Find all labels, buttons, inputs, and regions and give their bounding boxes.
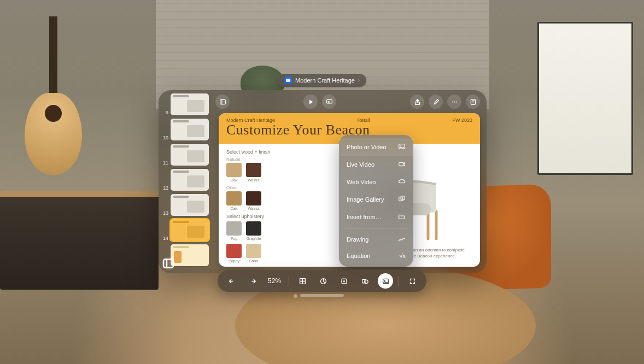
slide-preview xyxy=(171,169,209,191)
slide-thumbnail[interactable]: 13 xyxy=(161,194,209,216)
slide-thumbnail[interactable]: 12 xyxy=(161,169,209,191)
slide-number: 14 xyxy=(161,236,168,241)
guitar xyxy=(19,16,87,175)
cloud-icon xyxy=(398,178,406,186)
slide-number: 12 xyxy=(161,185,168,191)
slide-thumbnail[interactable]: 10 xyxy=(161,119,209,140)
slide-preview xyxy=(171,119,209,140)
swatch[interactable]: Sand xyxy=(246,244,261,263)
popover-item-label: Image Gallery xyxy=(347,196,384,203)
swatch-chip xyxy=(246,191,261,206)
popover-item-camera[interactable]: Live Video xyxy=(339,156,413,173)
swatch[interactable]: Walnut xyxy=(246,163,261,182)
slide-preview xyxy=(171,93,209,115)
play-button[interactable] xyxy=(303,95,318,109)
slide-thumbnail[interactable]: 9 xyxy=(161,93,209,115)
room-window xyxy=(537,22,633,175)
zoom-level[interactable]: 52% xyxy=(266,277,283,285)
swatch-chip xyxy=(246,244,261,258)
popover-item-folder[interactable]: Insert from… xyxy=(339,208,413,226)
swatch-label: Graphite xyxy=(246,237,261,240)
more-button[interactable] xyxy=(447,95,461,109)
swatch-label: Oak xyxy=(226,207,242,210)
scribble-icon xyxy=(398,235,406,244)
view-mode-button[interactable] xyxy=(215,95,230,109)
slide-preview xyxy=(171,194,209,216)
slide-number: 13 xyxy=(161,210,168,216)
folder-icon xyxy=(398,213,406,221)
redo-button[interactable] xyxy=(245,273,260,289)
popover-separator xyxy=(344,228,408,228)
svg-point-8 xyxy=(455,101,456,102)
bottom-toolbar: 52% A xyxy=(218,270,426,292)
expand-button[interactable] xyxy=(405,273,420,289)
popover-item-equation[interactable]: Equation√x xyxy=(339,248,413,263)
toolbar-separator xyxy=(399,276,399,286)
gallery-icon xyxy=(398,195,406,204)
swatch[interactable]: Poppy xyxy=(226,244,242,263)
window-close-dot[interactable] xyxy=(294,294,297,298)
share-button[interactable] xyxy=(410,95,424,109)
window-move-handle[interactable] xyxy=(300,294,344,297)
swatch-chip xyxy=(226,191,242,206)
slide-preview xyxy=(171,219,209,241)
undo-button[interactable] xyxy=(224,273,239,289)
slide-thumbnail[interactable]: 11 xyxy=(161,144,209,166)
swatch-chip xyxy=(226,244,242,258)
slide-footnote: Add an ottoman to complete the Beacon ex… xyxy=(410,248,470,259)
popover-item-label: Insert from… xyxy=(347,214,382,220)
slide-thumbnail[interactable]: 14 xyxy=(161,219,209,241)
slide-meta-right: FW 2023 xyxy=(452,118,472,123)
swatch-label: Walnut xyxy=(246,207,261,210)
insert-chart-button[interactable] xyxy=(315,273,331,289)
popover-item-label: Live Video xyxy=(347,161,374,168)
swatch-label: Poppy xyxy=(226,259,242,263)
insert-text-button[interactable]: A xyxy=(336,273,352,289)
equation-icon: √x xyxy=(399,253,406,259)
present-display-button[interactable] xyxy=(322,95,336,109)
swatch[interactable]: Walnut xyxy=(246,191,261,210)
svg-rect-15 xyxy=(399,162,403,166)
swatch[interactable]: Graphite xyxy=(246,221,261,240)
slide-preview xyxy=(171,144,209,166)
popover-item-label: Drawing xyxy=(347,236,368,243)
slide-navigator[interactable]: 9 10 11 12 13 14 xyxy=(159,90,212,273)
svg-point-7 xyxy=(454,101,455,102)
popover-item-label: Photo or Video xyxy=(347,144,387,150)
swatch[interactable]: Fog xyxy=(226,221,242,240)
insert-shape-button[interactable] xyxy=(357,273,372,289)
swatch[interactable]: Oak xyxy=(226,163,242,182)
slide-number: 10 xyxy=(161,135,168,140)
document-title-pill[interactable]: Modern Craft Heritage › xyxy=(278,74,366,87)
insert-media-popover: Photo or VideoLive VideoWeb VideoImage G… xyxy=(339,135,413,267)
popover-item-label: Web Video xyxy=(347,179,376,185)
swatch[interactable]: Oak xyxy=(226,191,242,210)
popover-item-scribble[interactable]: Drawing xyxy=(339,231,413,248)
svg-point-25 xyxy=(364,280,368,284)
svg-rect-2 xyxy=(220,99,225,104)
insert-table-button[interactable] xyxy=(295,273,310,289)
slide-number: 9 xyxy=(161,110,168,115)
format-paintbrush-button[interactable] xyxy=(429,95,443,109)
slide-number: 11 xyxy=(161,160,168,166)
popover-item-cloud[interactable]: Web Video xyxy=(339,173,413,191)
svg-text:A: A xyxy=(343,279,346,283)
popover-item-gallery[interactable]: Image Gallery xyxy=(339,191,413,208)
swatch-label: Sand xyxy=(246,259,261,263)
keynote-app-icon xyxy=(284,77,292,84)
inspector-button[interactable] xyxy=(466,95,480,109)
camera-icon xyxy=(398,160,406,169)
swatch-label: Fog xyxy=(226,237,242,240)
top-toolbar xyxy=(212,93,483,110)
insert-media-button[interactable] xyxy=(378,273,393,289)
svg-point-6 xyxy=(452,101,453,102)
svg-point-14 xyxy=(400,145,401,146)
popover-item-label: Equation xyxy=(347,253,370,259)
navigator-toggle-button[interactable] xyxy=(162,257,175,270)
svg-point-27 xyxy=(384,280,385,281)
photo-icon xyxy=(398,143,406,151)
slide-preview xyxy=(171,244,209,266)
svg-rect-0 xyxy=(163,260,173,268)
popover-item-photo[interactable]: Photo or Video xyxy=(339,138,413,156)
swatch-chip xyxy=(226,221,242,236)
